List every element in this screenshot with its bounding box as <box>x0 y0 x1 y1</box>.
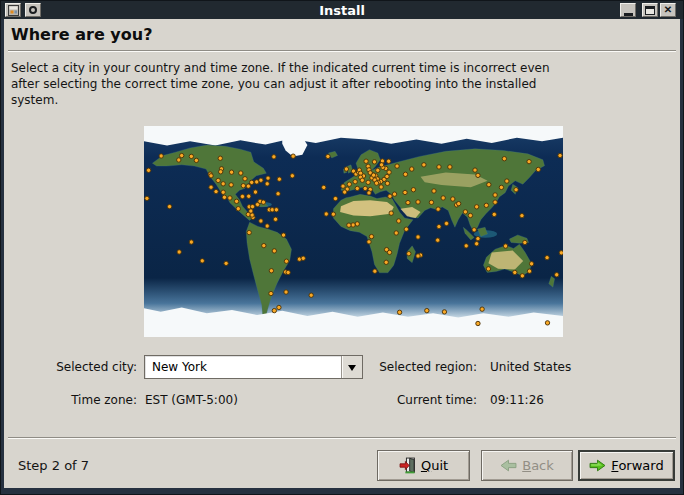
back-button[interactable]: Back <box>481 450 573 481</box>
city-marker[interactable] <box>429 200 433 204</box>
city-marker[interactable] <box>545 321 549 325</box>
city-marker[interactable] <box>520 274 524 278</box>
city-marker[interactable] <box>476 173 480 177</box>
city-marker[interactable] <box>416 254 420 258</box>
city-marker[interactable] <box>387 170 391 174</box>
city-marker[interactable] <box>326 154 330 158</box>
city-marker[interactable] <box>397 310 401 314</box>
city-marker[interactable] <box>221 182 225 186</box>
city-marker[interactable] <box>385 174 389 178</box>
city-marker[interactable] <box>347 223 351 227</box>
city-marker[interactable] <box>475 205 479 209</box>
city-marker[interactable] <box>425 308 429 312</box>
close-button[interactable]: ✕ <box>660 3 676 17</box>
city-marker[interactable] <box>344 167 348 171</box>
city-marker[interactable] <box>229 170 233 174</box>
city-marker[interactable] <box>502 157 506 161</box>
city-marker[interactable] <box>177 158 181 162</box>
city-marker[interactable] <box>437 224 441 228</box>
city-marker[interactable] <box>253 190 257 194</box>
minimize-button[interactable] <box>620 3 636 17</box>
city-marker[interactable] <box>270 208 274 212</box>
city-marker[interactable] <box>276 192 280 196</box>
city-marker[interactable] <box>416 235 420 239</box>
city-marker[interactable] <box>214 189 218 193</box>
city-marker[interactable] <box>397 219 401 223</box>
city-marker[interactable] <box>416 200 420 204</box>
city-marker[interactable] <box>229 183 233 187</box>
city-marker[interactable] <box>222 195 226 199</box>
city-marker[interactable] <box>503 244 507 248</box>
city-marker[interactable] <box>249 209 253 213</box>
city-marker[interactable] <box>309 293 313 297</box>
city-marker[interactable] <box>262 243 266 247</box>
city-marker[interactable] <box>403 172 407 176</box>
city-marker[interactable] <box>265 224 269 228</box>
city-marker[interactable] <box>255 180 259 184</box>
city-marker[interactable] <box>499 185 503 189</box>
city-marker[interactable] <box>451 197 455 201</box>
city-marker[interactable] <box>463 210 467 214</box>
city-marker[interactable] <box>277 305 281 309</box>
city-marker[interactable] <box>475 242 479 246</box>
city-marker[interactable] <box>353 180 357 184</box>
city-marker[interactable] <box>456 201 460 205</box>
timezone-world-map[interactable] <box>144 126 563 337</box>
city-marker[interactable] <box>177 250 181 254</box>
city-marker[interactable] <box>559 251 563 255</box>
city-marker[interactable] <box>444 221 448 225</box>
city-marker[interactable] <box>505 179 509 183</box>
city-marker[interactable] <box>448 165 452 169</box>
city-marker[interactable] <box>364 159 368 163</box>
city-marker[interactable] <box>492 212 496 216</box>
city-marker[interactable] <box>514 188 518 192</box>
city-marker[interactable] <box>200 259 204 263</box>
city-marker[interactable] <box>355 186 359 190</box>
city-marker[interactable] <box>218 170 222 174</box>
city-marker[interactable] <box>194 158 198 162</box>
city-marker[interactable] <box>241 184 245 188</box>
city-marker[interactable] <box>392 192 396 196</box>
city-marker[interactable] <box>473 168 477 172</box>
city-marker[interactable] <box>145 196 149 200</box>
city-marker[interactable] <box>387 250 391 254</box>
city-marker[interactable] <box>558 153 562 157</box>
city-marker[interactable] <box>290 174 294 178</box>
city-marker[interactable] <box>247 194 251 198</box>
quit-button[interactable]: Quit <box>377 450 470 481</box>
city-marker[interactable] <box>373 269 377 273</box>
city-marker[interactable] <box>527 269 531 273</box>
city-marker[interactable] <box>520 213 524 217</box>
city-marker[interactable] <box>243 177 247 181</box>
city-marker[interactable] <box>527 159 531 163</box>
city-marker[interactable] <box>269 269 273 273</box>
city-marker[interactable] <box>159 154 163 158</box>
city-marker[interactable] <box>240 194 244 198</box>
city-marker[interactable] <box>259 178 263 182</box>
forward-button[interactable]: Forward <box>578 450 675 481</box>
city-marker[interactable] <box>286 270 290 274</box>
city-marker[interactable] <box>333 196 337 200</box>
city-marker[interactable] <box>363 186 367 190</box>
city-marker[interactable] <box>371 173 375 177</box>
city-marker[interactable] <box>209 185 213 189</box>
city-marker[interactable] <box>432 189 436 193</box>
city-marker[interactable] <box>250 204 254 208</box>
city-marker[interactable] <box>347 182 351 186</box>
city-marker[interactable] <box>410 167 414 171</box>
city-marker[interactable] <box>476 321 480 325</box>
city-marker[interactable] <box>246 184 250 188</box>
city-marker[interactable] <box>216 178 220 182</box>
city-marker[interactable] <box>411 188 415 192</box>
city-marker[interactable] <box>167 204 171 208</box>
app-icon[interactable] <box>5 3 21 17</box>
city-marker[interactable] <box>261 200 265 204</box>
city-marker[interactable] <box>376 168 380 172</box>
city-marker[interactable] <box>367 191 371 195</box>
city-marker[interactable] <box>387 159 391 163</box>
city-marker[interactable] <box>441 196 445 200</box>
city-marker[interactable] <box>493 193 497 197</box>
city-marker[interactable] <box>407 251 411 255</box>
city-marker[interactable] <box>369 234 373 238</box>
city-marker[interactable] <box>472 228 476 232</box>
